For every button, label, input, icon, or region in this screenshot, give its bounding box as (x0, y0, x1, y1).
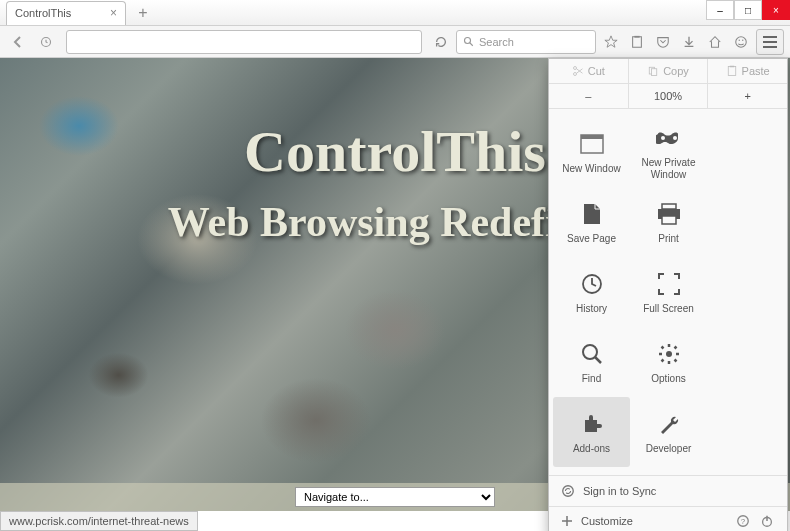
close-button[interactable]: × (762, 0, 790, 20)
home-icon[interactable] (704, 31, 726, 53)
help-icon[interactable]: ? (735, 513, 751, 529)
reload-button[interactable] (430, 31, 452, 53)
toolbar: Search (0, 26, 790, 58)
gear-icon (655, 340, 683, 368)
paste-icon (726, 65, 738, 77)
scissors-icon (572, 65, 584, 77)
full-screen-item[interactable]: Full Screen (630, 257, 707, 327)
sync-icon (561, 484, 575, 498)
zoom-level[interactable]: 100% (629, 84, 709, 108)
clock-icon (578, 270, 606, 298)
signin-sync-item[interactable]: Sign in to Sync (549, 475, 787, 506)
svg-point-6 (742, 39, 743, 40)
cut-button[interactable]: Cut (549, 59, 629, 83)
menu-grid: New Window New Private Window Save Page … (549, 109, 787, 475)
page-icon (578, 200, 606, 228)
svg-rect-3 (634, 35, 639, 37)
svg-rect-2 (633, 36, 642, 47)
new-private-window-item[interactable]: New Private Window (630, 117, 707, 187)
svg-rect-12 (729, 66, 734, 68)
svg-rect-10 (652, 69, 657, 76)
svg-point-4 (736, 36, 747, 47)
svg-rect-17 (662, 204, 676, 209)
smiley-icon[interactable] (730, 31, 752, 53)
printer-icon (655, 200, 683, 228)
print-item[interactable]: Print (630, 187, 707, 257)
addons-item[interactable]: Add-ons (553, 397, 630, 467)
fullscreen-icon (655, 270, 683, 298)
window-controls: – □ × (706, 0, 790, 20)
options-item[interactable]: Options (630, 327, 707, 397)
svg-point-5 (739, 39, 740, 40)
svg-point-15 (661, 136, 665, 140)
browser-tab[interactable]: ControlThis × (6, 1, 126, 25)
svg-rect-11 (728, 67, 736, 76)
svg-text:?: ? (741, 517, 746, 526)
svg-point-21 (583, 345, 597, 359)
save-page-item[interactable]: Save Page (553, 187, 630, 257)
new-window-item[interactable]: New Window (553, 117, 630, 187)
svg-point-16 (673, 136, 677, 140)
svg-point-7 (573, 73, 576, 76)
clipboard-icon[interactable] (626, 31, 648, 53)
titlebar: ControlThis × + – □ × (0, 0, 790, 26)
bookmark-star-icon[interactable] (600, 31, 622, 53)
hamburger-menu-panel: Cut Copy Paste – 100% + New Window New P… (548, 58, 788, 531)
svg-point-23 (563, 486, 574, 497)
puzzle-icon (578, 410, 606, 438)
url-bar[interactable] (66, 30, 422, 54)
status-url: www.pcrisk.com/internet-threat-news (9, 515, 189, 527)
zoom-in-button[interactable]: + (708, 84, 787, 108)
tab-title: ControlThis (15, 7, 71, 19)
wrench-icon (655, 410, 683, 438)
tab-close-icon[interactable]: × (110, 6, 117, 20)
mask-icon (655, 124, 683, 152)
developer-item[interactable]: Developer (630, 397, 707, 467)
svg-point-8 (573, 67, 576, 70)
statusbar: www.pcrisk.com/internet-threat-news (0, 511, 198, 531)
back-button[interactable] (6, 30, 30, 54)
history-item[interactable]: History (553, 257, 630, 327)
copy-icon (647, 65, 659, 77)
svg-point-22 (666, 351, 672, 357)
copy-button[interactable]: Copy (629, 59, 709, 83)
search-bar[interactable]: Search (456, 30, 596, 54)
svg-point-1 (465, 37, 471, 43)
menu-button[interactable] (756, 29, 784, 55)
download-icon[interactable] (678, 31, 700, 53)
new-tab-button[interactable]: + (132, 3, 154, 23)
magnify-icon (578, 340, 606, 368)
zoom-out-button[interactable]: – (549, 84, 629, 108)
search-icon (463, 36, 475, 48)
navigate-select[interactable]: Navigate to... (295, 487, 495, 507)
paste-button[interactable]: Paste (708, 59, 787, 83)
menu-bottom-row: Customize ? (549, 506, 787, 531)
svg-rect-14 (581, 135, 603, 139)
minimize-button[interactable]: – (706, 0, 734, 20)
find-item[interactable]: Find (553, 327, 630, 397)
power-icon[interactable] (759, 513, 775, 529)
new-window-icon (578, 130, 606, 158)
zoom-row: – 100% + (549, 84, 787, 109)
customize-button[interactable]: Customize (581, 515, 633, 527)
forward-button[interactable] (34, 30, 58, 54)
maximize-button[interactable]: □ (734, 0, 762, 20)
edit-row: Cut Copy Paste (549, 59, 787, 84)
search-placeholder: Search (479, 36, 514, 48)
svg-rect-19 (662, 216, 676, 224)
pocket-icon[interactable] (652, 31, 674, 53)
plus-icon (561, 515, 573, 527)
